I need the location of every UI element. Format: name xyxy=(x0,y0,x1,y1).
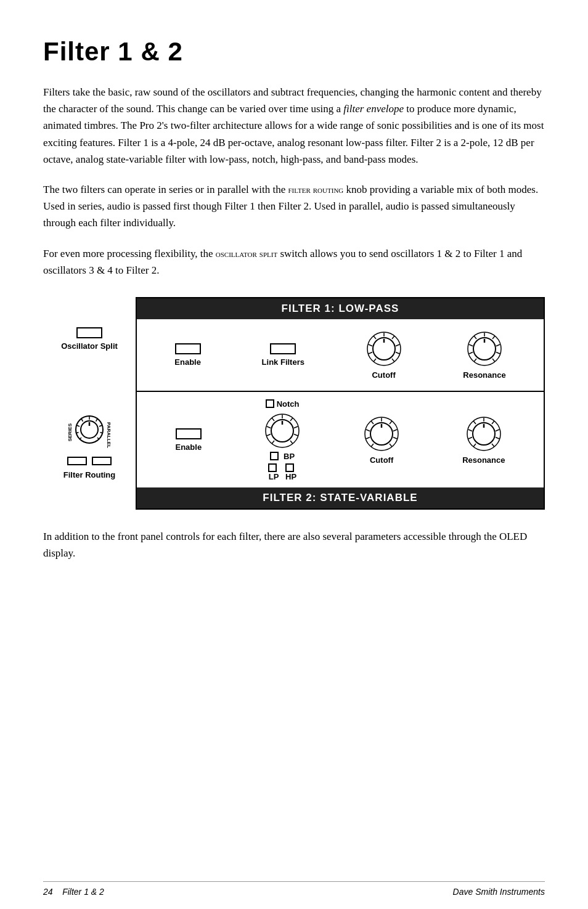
svg-line-38 xyxy=(290,418,293,421)
footer-section: Filter 1 & 2 xyxy=(62,887,104,897)
svg-line-7 xyxy=(77,425,80,426)
filter-routing-switch-1[interactable] xyxy=(67,457,87,465)
f1-link-switch[interactable] xyxy=(270,343,296,354)
svg-line-27 xyxy=(496,344,500,346)
f2-hp-label: HP xyxy=(285,472,296,481)
page-footer: 24 Filter 1 & 2 Dave Smith Instruments xyxy=(43,881,545,897)
svg-line-28 xyxy=(496,352,500,354)
oscillator-split-switch[interactable] xyxy=(76,327,102,338)
svg-line-31 xyxy=(469,344,473,346)
f2-bp-row: BP xyxy=(270,452,295,461)
svg-line-3 xyxy=(99,425,102,426)
svg-line-42 xyxy=(272,418,274,421)
oscillator-split-group: Oscillator Split xyxy=(61,327,118,351)
filter2-controls: Enable Notch xyxy=(137,392,544,487)
svg-line-5 xyxy=(97,438,99,439)
svg-line-41 xyxy=(290,441,293,444)
filter1-controls: Enable Link Filters xyxy=(137,319,544,392)
filter-routing-switch-2[interactable] xyxy=(92,457,112,465)
f2-hp-group: HP xyxy=(285,463,296,481)
svg-line-2 xyxy=(96,418,98,421)
f2-resonance-label: Resonance xyxy=(462,455,505,465)
f1-cutoff-knob-svg xyxy=(365,330,402,367)
svg-line-62 xyxy=(492,421,494,424)
svg-line-52 xyxy=(393,438,397,439)
f2-enable-switch[interactable] xyxy=(176,428,202,439)
f1-enable-label: Enable xyxy=(174,357,201,367)
f2-cutoff-group: Cutoff xyxy=(363,415,400,465)
svg-line-32 xyxy=(469,352,473,354)
filter-routing-label: Filter Routing xyxy=(63,470,116,479)
svg-line-67 xyxy=(468,430,472,431)
footer-page-number: 24 xyxy=(43,887,53,897)
svg-line-66 xyxy=(473,421,476,424)
f2-hp-checkbox[interactable] xyxy=(285,463,294,472)
f1-resonance-knob-svg xyxy=(466,330,503,367)
f2-cutoff-label: Cutoff xyxy=(370,455,393,465)
series-label: SERIES xyxy=(67,423,73,441)
f2-lphp-row: LP HP xyxy=(268,463,296,481)
f1-link-group: Link Filters xyxy=(262,343,304,367)
f2-resonance-group: Resonance xyxy=(462,415,505,465)
svg-line-54 xyxy=(371,421,374,424)
svg-line-16 xyxy=(396,352,399,354)
f2-mode-group: Notch xyxy=(264,399,301,481)
svg-line-64 xyxy=(496,438,499,439)
svg-line-65 xyxy=(492,444,494,447)
f2-notch-checkbox[interactable] xyxy=(266,399,274,408)
svg-line-39 xyxy=(294,426,298,428)
f1-cutoff-label: Cutoff xyxy=(372,370,395,380)
oscillator-split-label: Oscillator Split xyxy=(61,341,118,351)
f2-notch-row: Notch xyxy=(266,399,300,409)
svg-line-69 xyxy=(473,444,476,447)
f1-enable-group: Enable xyxy=(174,343,201,367)
svg-line-6 xyxy=(81,418,83,421)
f2-bp-label: BP xyxy=(284,452,295,461)
svg-line-63 xyxy=(496,430,499,431)
parallel-label: PARALLEL xyxy=(106,422,112,448)
f2-bp-checkbox[interactable] xyxy=(270,452,279,460)
svg-line-57 xyxy=(371,444,374,447)
f1-link-label: Link Filters xyxy=(262,357,304,367)
svg-line-19 xyxy=(369,344,372,346)
f1-cutoff-group: Cutoff xyxy=(365,330,402,380)
paragraph-2: The two filters can operate in series or… xyxy=(43,181,545,232)
f2-cutoff-knob-svg xyxy=(264,412,301,449)
svg-line-9 xyxy=(80,438,81,439)
footer-page: 24 Filter 1 & 2 xyxy=(43,887,104,897)
f2-cutoff-knob-group xyxy=(264,412,301,449)
f2-notch-label: Notch xyxy=(277,399,300,409)
filter-routing-group: SERIES xyxy=(63,405,116,479)
svg-line-30 xyxy=(474,336,476,339)
svg-line-14 xyxy=(392,336,394,339)
f2-lp-checkbox[interactable] xyxy=(268,463,277,472)
diagram-left-col: Oscillator Split SERIES xyxy=(43,297,136,510)
f2-cutoff-knob-svg2 xyxy=(363,415,400,452)
svg-line-55 xyxy=(366,430,370,431)
filter2-header: FILTER 2: STATE-VARIABLE xyxy=(137,487,544,508)
f1-enable-switch[interactable] xyxy=(175,343,201,354)
svg-line-51 xyxy=(393,430,397,431)
filter-diagram: Oscillator Split SERIES xyxy=(43,297,545,510)
svg-line-45 xyxy=(272,441,274,444)
paragraph-1: Filters take the basic, raw sound of the… xyxy=(43,84,545,168)
svg-line-68 xyxy=(468,438,472,439)
f2-lp-label: LP xyxy=(269,472,279,481)
f2-lp-group: LP xyxy=(268,463,279,481)
svg-line-29 xyxy=(492,359,495,362)
svg-line-20 xyxy=(369,352,372,354)
f1-resonance-label: Resonance xyxy=(463,370,505,380)
svg-line-26 xyxy=(492,336,495,339)
svg-line-40 xyxy=(294,434,298,436)
svg-line-17 xyxy=(392,359,394,362)
svg-line-50 xyxy=(390,421,392,424)
filter-panel: FILTER 1: LOW-PASS Enable Link Filters xyxy=(136,297,545,510)
filter-routing-knob-svg xyxy=(75,415,104,444)
paragraph-4: In addition to the front panel controls … xyxy=(43,528,545,561)
svg-line-18 xyxy=(374,336,376,339)
svg-line-44 xyxy=(267,434,271,436)
svg-line-15 xyxy=(396,344,399,346)
svg-line-53 xyxy=(390,444,392,447)
filter1-header: FILTER 1: LOW-PASS xyxy=(137,298,544,319)
page-title: Filter 1 & 2 xyxy=(43,37,545,67)
